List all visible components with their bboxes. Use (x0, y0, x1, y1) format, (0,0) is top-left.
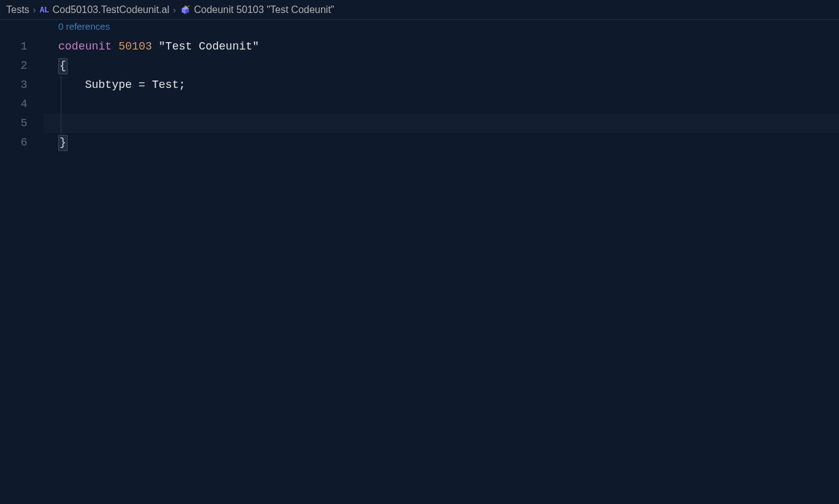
line-number: 5 (0, 114, 27, 133)
line-number: 3 (0, 76, 27, 95)
chevron-right-icon: › (33, 5, 36, 15)
line-number: 2 (0, 56, 27, 76)
code-content[interactable]: 0 references codeunit 50103 "Test Codeun… (43, 20, 839, 152)
line-number: 4 (0, 95, 27, 114)
token-number: 50103 (118, 40, 152, 53)
breadcrumb: Tests › AL Cod50103.TestCodeunit.al › Co… (0, 0, 839, 20)
code-line[interactable]: } (43, 133, 839, 152)
token-space (112, 40, 118, 53)
code-editor[interactable]: 1 2 3 4 5 6 0 references codeunit 50103 … (0, 20, 839, 152)
brace-open: { (58, 58, 68, 74)
line-number: 1 (0, 37, 27, 56)
line-number: 6 (0, 133, 27, 152)
code-line[interactable]: { (43, 56, 839, 76)
breadcrumb-folder[interactable]: Tests (6, 4, 29, 15)
codeunit-symbol-icon (180, 4, 190, 15)
code-line[interactable]: codeunit 50103 "Test Codeunit" (43, 37, 839, 56)
indent-guide (61, 76, 61, 95)
token-space (152, 40, 159, 53)
line-gutter: 1 2 3 4 5 6 (0, 20, 43, 152)
token-keyword: codeunit (58, 40, 112, 53)
code-line-active[interactable] (43, 114, 839, 133)
indent-guide (61, 95, 61, 114)
breadcrumb-symbol[interactable]: Codeunit 50103 "Test Codeunit" (194, 4, 335, 15)
code-line[interactable]: Subtype = Test; (43, 76, 839, 95)
breadcrumb-file[interactable]: Cod50103.TestCodeunit.al (53, 4, 170, 15)
al-file-icon: AL (40, 5, 49, 14)
token-string: "Test Codeunit" (159, 40, 259, 53)
indent-guide (61, 114, 61, 133)
chevron-right-icon: › (173, 5, 176, 15)
code-line[interactable] (43, 95, 839, 114)
token-text: Subtype = Test; (58, 79, 185, 91)
codelens-references[interactable]: 0 references (43, 20, 839, 37)
brace-close: } (58, 135, 68, 151)
